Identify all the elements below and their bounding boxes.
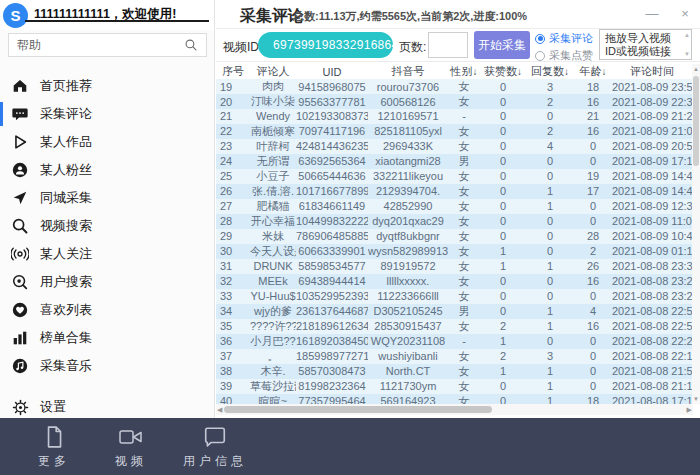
cell-douyin-id: 112233666lll [368, 289, 448, 304]
scroll-left-icon[interactable]: ◀ [217, 404, 222, 415]
radio-collect-likes[interactable]: 采集点赞 [535, 48, 593, 63]
table-row[interactable]: 27肥橘猫6183466114942852990女0102021-08-09 1… [216, 199, 692, 214]
cell-index: 34 [216, 304, 250, 319]
cell-gender: - [448, 334, 480, 349]
bottom-item-user-info[interactable]: 用户信息 [183, 424, 247, 470]
column-header-gender[interactable]: 性别↓ [448, 64, 480, 79]
sidebar-item-city-collect[interactable]: 同城采集 [0, 184, 215, 212]
home-icon [10, 76, 30, 96]
column-header-commenter[interactable]: 评论人 [250, 64, 296, 79]
column-header-likes[interactable]: 获赞数↓ [480, 64, 526, 79]
video-id-dropzone[interactable]: 拖放导入视频ID或视频链接 ▲ ▼ [599, 29, 692, 60]
sidebar-item-user-following[interactable]: 某人关注 [0, 240, 215, 268]
cell-replies: 1 [526, 394, 574, 404]
table-row[interactable]: 29米妹786906485885...dyqtf8ukbgnr女00282021… [216, 229, 692, 244]
help-search-input[interactable]: 帮助 [8, 33, 207, 57]
bottom-item-more[interactable]: 更多 [38, 424, 70, 470]
cell-douyin-id: 2129394704. [368, 184, 448, 199]
horizontal-scrollbar-thumb[interactable] [224, 406, 492, 413]
table-row[interactable]: 35????许?? ??...218189612634...2853091543… [216, 319, 692, 334]
cell-commenter: 无所谓 [250, 154, 296, 169]
sidebar-item-collect-music[interactable]: 采集音乐 [0, 352, 215, 380]
sidebar-item-likes-list[interactable]: 喜欢列表 [0, 296, 215, 324]
sidebar-item-user-fans[interactable]: 某人粉丝 [0, 156, 215, 184]
sidebar-item-settings[interactable]: 设置 [0, 393, 66, 421]
minimize-button[interactable]: — [641, 4, 663, 24]
table-row[interactable]: 19肉肉94158968075rourou73706女03182021-08-0… [216, 79, 692, 94]
cell-commenter: 叶辞柯 [250, 139, 296, 154]
cell-comment-time: 2021-08-08 23:3 [612, 259, 692, 274]
table-row[interactable]: 23叶辞柯424814436235...2969433K女0402021-08-… [216, 139, 692, 154]
cell-likes: 0 [480, 79, 526, 94]
table-row[interactable]: 20汀味小柒95563377781600568126女02162021-08-0… [216, 94, 692, 109]
column-header-age[interactable]: 年龄↓ [574, 64, 612, 79]
cell-commenter: ????许?? ??... [250, 319, 296, 334]
cell-replies: 3 [526, 79, 574, 94]
table-row[interactable]: 31DRUNK58598534577891919572女11262021-08-… [216, 259, 692, 274]
collect-progress-stats: 总数:11.13万,约需5565次,当前第2次,进度:100% [293, 9, 527, 24]
cell-age: 0 [574, 199, 612, 214]
scroll-up-icon[interactable]: ▲ [692, 65, 700, 73]
table-row[interactable]: 25小豆子50665444636332211likeyou女00192021-0… [216, 169, 692, 184]
column-header-replies[interactable]: 回复数↓ [526, 64, 574, 79]
table-row[interactable]: 24无所谓63692565364xiaotangmi28男0002021-08-… [216, 154, 692, 169]
close-button[interactable]: × [674, 4, 696, 24]
table-row[interactable]: 32MEEk69438944414lllllxxxxx.女00162021-08… [216, 274, 692, 289]
column-header-uid[interactable]: UID [296, 64, 368, 79]
broadcast-icon [10, 244, 30, 264]
sidebar-item-user-works[interactable]: 某人作品 [0, 128, 215, 156]
cell-gender: 女 [448, 79, 480, 94]
cell-replies: 1 [526, 319, 574, 334]
cell-index: 23 [216, 139, 250, 154]
video-id-input[interactable]: 6973991983329168644 [258, 32, 393, 58]
scroll-down-icon[interactable]: ▼ [692, 395, 700, 403]
column-header-comment-time[interactable]: 评论时间 [612, 64, 692, 79]
cell-age: 17 [574, 184, 612, 199]
table-row[interactable]: 28开心幸福104499832222dyq201qxac29女0002021-0… [216, 214, 692, 229]
column-header-index[interactable]: 序号 [216, 64, 250, 79]
sidebar-item-label: 某人粉丝 [40, 161, 92, 179]
table-row[interactable]: 30今天人设是...60663339901wysn582989913女10220… [216, 244, 692, 259]
sidebar-item-rank-collection[interactable]: 榜单合集 [0, 324, 215, 352]
video-id-label: 视频ID: [223, 39, 262, 56]
cell-douyin-id: 42852990 [368, 199, 448, 214]
table-row[interactable]: 36小月巴??161892038450...WQY20231108-100202… [216, 334, 692, 349]
sidebar-item-home-feed[interactable]: 首页推荐 [0, 72, 215, 100]
cell-replies: 1 [526, 199, 574, 214]
vertical-scrollbar-thumb[interactable] [693, 76, 699, 166]
horizontal-scrollbar[interactable]: ◀ ▶ [216, 404, 693, 415]
sidebar-item-user-search[interactable]: 用户搜索 [0, 268, 215, 296]
cell-comment-time: 2021-08-09 17:1 [612, 154, 692, 169]
vertical-scrollbar[interactable]: ▲ ▼ [692, 64, 700, 404]
play-icon [10, 132, 30, 152]
cell-age: 0 [574, 139, 612, 154]
table-row[interactable]: 34wjy的爹236137644687...D3052105245男014202… [216, 304, 692, 319]
table-row[interactable]: 38木辛.58570308473North.CT女1102021-08-08 2… [216, 364, 692, 379]
cell-commenter: 木辛. [250, 364, 296, 379]
table-row[interactable]: 22南栀倾寒70974117196825181105yxl女02162021-0… [216, 124, 692, 139]
pages-input[interactable] [428, 32, 468, 58]
radio-collect-comments[interactable]: 采集评论 [535, 31, 593, 46]
scroll-right-icon[interactable]: ▶ [687, 404, 692, 415]
column-header-douyin-id[interactable]: 抖音号 [368, 64, 448, 79]
table-row[interactable]: 40暄暄~77357995464569164923女01182021-08-08… [216, 394, 692, 404]
cell-comment-time: 2021-08-08 17:1 [612, 394, 692, 404]
sidebar-item-collect-comments[interactable]: 采集评论 [0, 100, 215, 128]
cell-commenter: wjy的爹 [250, 304, 296, 319]
table-row[interactable]: 39草莓沙拉酱819982323641121730ym女0102021-08-0… [216, 379, 692, 394]
sidebar-item-video-search[interactable]: 视频搜索 [0, 212, 215, 240]
cell-uid: 236137644687... [296, 304, 368, 319]
bottom-item-video[interactable]: 视频 [115, 424, 147, 470]
cell-replies: 1 [526, 259, 574, 274]
table-row[interactable]: 37。185998977271...wushiyibanli女2302021-0… [216, 349, 692, 364]
start-collect-button[interactable]: 开始采集 [474, 31, 530, 59]
table-row[interactable]: 33YU-Huu$103529952393112233666lll女000202… [216, 289, 692, 304]
cell-index: 25 [216, 169, 250, 184]
cell-likes: 0 [480, 289, 526, 304]
table-row[interactable]: 26张.倩.溶.1017166778992129394704.女01172021… [216, 184, 692, 199]
cell-likes: 0 [480, 184, 526, 199]
table-row[interactable]: 21Wendy1021933083731210169571-00212021-0… [216, 109, 692, 124]
cell-index: 21 [216, 109, 250, 124]
fans-icon [10, 160, 30, 180]
cell-age: 18 [574, 79, 612, 94]
